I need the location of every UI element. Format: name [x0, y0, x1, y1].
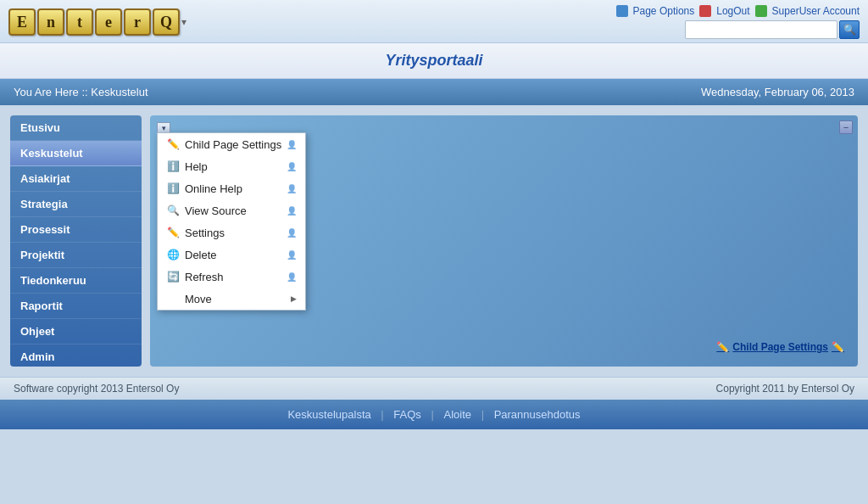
bottom-nav-sep-3: |	[481, 408, 487, 421]
menu-item-move[interactable]: Move	[158, 288, 305, 310]
bottom-nav-keskustelupalsta[interactable]: Keskustelupalsta	[287, 408, 370, 421]
page-options-link[interactable]: Page Options	[633, 5, 695, 17]
logo-tile-n: n	[37, 8, 64, 36]
sidebar-item-prosessit[interactable]: Prosessit	[10, 217, 142, 243]
refresh-icon: 🔄	[166, 270, 180, 283]
menu-label-settings: Settings	[185, 227, 225, 239]
site-title: Yritysportaali	[385, 52, 482, 69]
search-bar: 🔍	[685, 20, 860, 39]
person-icon-0: 👤	[287, 140, 297, 149]
child-page-settings-link[interactable]: ✏️ Child Page Settings ✏️	[716, 341, 844, 353]
search-button[interactable]: 🔍	[839, 20, 860, 39]
content-panel-inner: ▾ ✏️ Child Page Settings 👤 ℹ️ Help 👤 ℹ️	[150, 115, 858, 367]
pencil-settings-icon: ✏️	[166, 226, 180, 239]
breadcrumb-bar: You Are Here :: Keskustelut Wednesday, F…	[0, 79, 868, 105]
sidebar-item-keskustelut[interactable]: Keskustelut	[10, 141, 142, 166]
menu-item-delete[interactable]: 🌐 Delete 👤	[158, 244, 305, 266]
sidebar-item-admin[interactable]: Admin	[10, 344, 142, 367]
page-options-icon	[616, 5, 628, 17]
menu-item-child-page-settings[interactable]: ✏️ Child Page Settings 👤	[158, 133, 305, 155]
menu-label-refresh: Refresh	[185, 271, 224, 283]
person-icon-5: 👤	[287, 250, 297, 260]
menu-item-online-help[interactable]: ℹ️ Online Help 👤	[158, 177, 305, 199]
menu-item-view-source[interactable]: 🔍 View Source 👤	[158, 199, 305, 221]
footer-bar: Software copyright 2013 Entersol Oy Copy…	[0, 377, 868, 400]
logo-area: E n t e r Q ▾	[8, 8, 186, 36]
logo-dropdown[interactable]: ▾	[181, 16, 186, 28]
question-icon-online-help: ℹ️	[166, 182, 180, 195]
bottom-nav-sep-2: |	[431, 408, 437, 421]
breadcrumb-right: Wednesday, February 06, 2013	[701, 86, 854, 98]
logout-link[interactable]: LogOut	[716, 5, 749, 17]
child-page-link-label: Child Page Settings	[732, 341, 828, 353]
person-icon-2: 👤	[287, 184, 297, 193]
logo-tile-E: E	[8, 8, 36, 36]
edit-icon-right: ✏️	[832, 341, 844, 353]
content-panel: ▾ ✏️ Child Page Settings 👤 ℹ️ Help 👤 ℹ️	[150, 115, 858, 367]
move-icon	[166, 292, 180, 305]
menu-label-view-source: View Source	[185, 204, 247, 217]
top-right: Page Options LogOut SuperUser Account 🔍	[616, 5, 860, 39]
sidebar-item-tiedonkeruu[interactable]: Tiedonkeruu	[10, 268, 142, 294]
bottom-nav-sep-1: |	[381, 408, 387, 421]
sidebar-item-raportit[interactable]: Raportit	[10, 294, 142, 319]
pencil-icon: ✏️	[166, 137, 180, 151]
main-area: Etusivu Keskustelut Asiakirjat Strategia…	[0, 105, 868, 377]
logo-tile-Q: Q	[153, 8, 180, 36]
sidebar-item-projektit[interactable]: Projektit	[10, 243, 142, 268]
globe-icon: 🌐	[166, 248, 180, 261]
person-icon-4: 👤	[287, 228, 297, 238]
menu-item-help[interactable]: ℹ️ Help 👤	[158, 155, 305, 177]
sidebar-item-strategia[interactable]: Strategia	[10, 192, 142, 217]
menu-item-settings[interactable]: ✏️ Settings 👤	[158, 221, 305, 244]
sidebar-item-ohjeet[interactable]: Ohjeet	[10, 319, 142, 344]
top-bar: E n t e r Q ▾ Page Options LogOut SuperU…	[0, 0, 868, 43]
person-icon-1: 👤	[287, 162, 297, 171]
sidebar: Etusivu Keskustelut Asiakirjat Strategia…	[10, 115, 142, 367]
bottom-nav-faqs[interactable]: FAQs	[393, 408, 421, 421]
logo-tile-r: r	[124, 8, 151, 36]
edit-icon: ✏️	[716, 341, 729, 353]
logo-tile-e: e	[95, 8, 122, 36]
sidebar-item-etusivu[interactable]: Etusivu	[10, 115, 142, 141]
top-links: Page Options LogOut SuperUser Account	[616, 5, 860, 17]
footer-right: Copyright 2011 by Entersol Oy	[716, 383, 854, 395]
person-icon-6: 👤	[287, 272, 297, 282]
question-icon-help: ℹ️	[166, 160, 180, 173]
title-area: Yritysportaali	[0, 43, 868, 79]
footer-left: Software copyright 2013 Entersol Oy	[14, 383, 179, 395]
logout-icon	[699, 5, 711, 17]
menu-label-child-page-settings: Child Page Settings	[185, 138, 281, 151]
super-user-link[interactable]: SuperUser Account	[772, 5, 860, 17]
menu-label-move: Move	[185, 293, 212, 305]
bottom-nav: Keskustelupalsta | FAQs | Aloite | Paran…	[0, 400, 868, 429]
magnifier-icon: 🔍	[166, 204, 180, 217]
breadcrumb-left: You Are Here :: Keskustelut	[14, 86, 148, 98]
menu-label-help: Help	[185, 160, 208, 173]
super-user-icon	[755, 5, 767, 17]
context-menu: ✏️ Child Page Settings 👤 ℹ️ Help 👤 ℹ️ On…	[157, 132, 306, 311]
sidebar-item-asiakirjat[interactable]: Asiakirjat	[10, 166, 142, 192]
bottom-nav-aloite[interactable]: Aloite	[443, 408, 471, 421]
logo-tile-t: t	[66, 8, 93, 36]
menu-label-delete: Delete	[185, 249, 217, 261]
menu-label-online-help: Online Help	[185, 182, 242, 195]
search-input[interactable]	[685, 20, 837, 39]
person-icon-3: 👤	[287, 206, 297, 216]
menu-item-refresh[interactable]: 🔄 Refresh 👤	[158, 266, 305, 288]
minimize-button[interactable]: −	[839, 120, 853, 134]
bottom-nav-parannusehdotus[interactable]: Parannusehdotus	[494, 408, 581, 421]
